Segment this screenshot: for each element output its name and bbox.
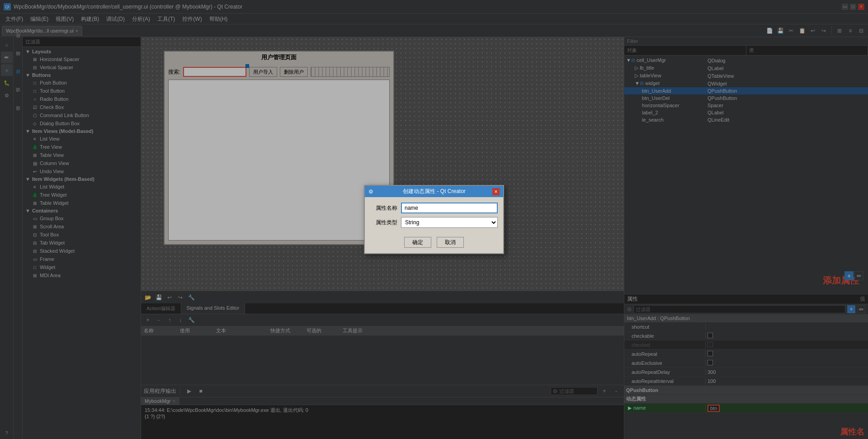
dialog-title: ⚙ 创建动态属性 - Qt Creator × (365, 186, 503, 197)
dialog-overlay: ⚙ 创建动态属性 - Qt Creator × 属性名称 属性类型 String… (0, 0, 868, 439)
dialog-buttons: 确定 取消 (365, 233, 503, 253)
attr-name-label: 属性名称 (370, 204, 397, 212)
attr-type-row: 属性类型 String (370, 217, 498, 228)
attr-type-label: 属性类型 (370, 219, 397, 227)
dialog-close-button[interactable]: × (492, 188, 500, 195)
dialog-cancel-button[interactable]: 取消 (437, 237, 464, 248)
attr-name-input[interactable] (401, 203, 498, 213)
attr-name-row: 属性名称 (370, 203, 498, 213)
dialog-title-icon: ⚙ (368, 189, 373, 195)
create-property-dialog: ⚙ 创建动态属性 - Qt Creator × 属性名称 属性类型 String… (364, 185, 504, 254)
dialog-title-text: 创建动态属性 - Qt Creator (403, 188, 466, 195)
attr-type-select[interactable]: String (401, 217, 498, 228)
dialog-body: 属性名称 属性类型 String (365, 197, 503, 233)
dialog-confirm-button[interactable]: 确定 (404, 237, 431, 248)
